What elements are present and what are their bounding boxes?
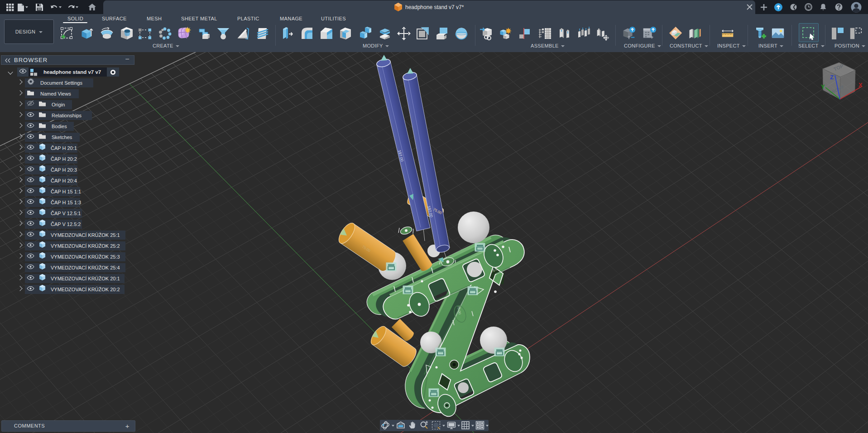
svg-text:Z: Z [830, 74, 834, 81]
svg-text:X: X [858, 82, 863, 88]
svg-text:Y: Y [821, 83, 825, 90]
